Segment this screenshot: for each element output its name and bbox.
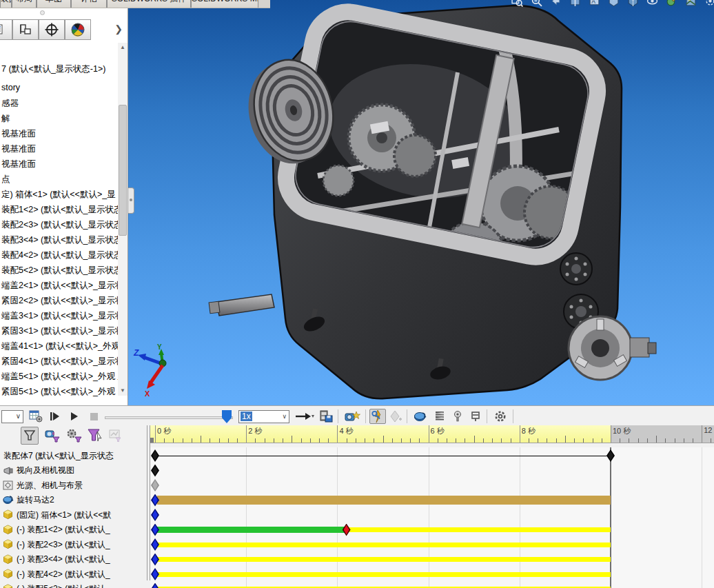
panel-collapse-handle[interactable] [128, 187, 134, 214]
keyframe-diamond-black[interactable] [151, 449, 159, 462]
keyframe-diamond-blue[interactable] [151, 568, 159, 580]
scroll-up-icon[interactable]: ▲ [118, 43, 127, 52]
playback-mode-button[interactable] [294, 409, 316, 424]
feature-tree-item[interactable]: 装配5<2> (默认<默认_显示状态 [1, 265, 119, 277]
scroll-down-icon[interactable]: ▼ [118, 386, 127, 396]
feature-tree-item[interactable]: 解 [1, 113, 119, 125]
keyframe-diamond-red[interactable] [343, 524, 351, 536]
edit-appearance-icon[interactable] [666, 0, 677, 7]
filter-results-button[interactable] [106, 427, 124, 445]
add-key-button[interactable] [388, 409, 405, 424]
zoom-fit-icon[interactable] [531, 0, 542, 7]
tab-configurationmanager[interactable] [39, 19, 65, 40]
command-tab[interactable]: 评估 [71, 0, 107, 8]
motionmanager-tree-item[interactable]: (-) 装配3<4> (默认<默认_ [0, 552, 147, 567]
tab-propertymanager[interactable] [12, 19, 39, 40]
hide-show-items-icon[interactable] [646, 0, 658, 7]
feature-tree-item[interactable]: 紧固3<1> (默认<<默认>_显示状 [1, 325, 119, 338]
animation-wizard-button[interactable] [343, 409, 363, 424]
play-button[interactable] [66, 409, 83, 424]
feature-tree-item[interactable]: 视基准面 [1, 143, 119, 156]
filter-animated-button[interactable] [43, 427, 62, 445]
motionmanager-tree-item[interactable]: (固定) 箱体<1> (默认<<默 [0, 508, 147, 523]
feature-tree-item[interactable]: story [1, 83, 119, 95]
feature-tree-item[interactable]: 装配2<3> (默认<默认_显示状态 [1, 219, 119, 232]
timeline-change-bar[interactable] [157, 557, 611, 562]
keyframe-diamond-blue[interactable] [151, 538, 159, 551]
filter-selected-button[interactable] [85, 427, 105, 445]
timeline-change-bar[interactable] [157, 496, 611, 505]
feature-tree-item[interactable]: 紧固5<1> (默认<<默认>_外观 [1, 386, 119, 398]
tab-displaymanager[interactable] [65, 19, 91, 40]
feature-tree-item[interactable]: 感器 [1, 98, 119, 110]
feature-tree-item[interactable]: 紧固4<1> (默认<<默认>_显示状 [1, 356, 119, 368]
feature-tree-scrollbar[interactable]: ▲ ▼ [118, 43, 127, 396]
feature-tree-item[interactable]: 装配3<4> (默认<默认_显示状态 [1, 234, 119, 247]
motionmanager-tree-item[interactable]: 光源、相机与布景 [0, 478, 147, 493]
timeline-scroll-grip[interactable] [150, 438, 154, 443]
force-button[interactable] [449, 409, 466, 424]
motionmanager-tree-item[interactable]: (-) 装配4<2> (默认<默认_ [0, 567, 147, 582]
feature-tree-item[interactable]: 紧固2<2> (默认<<默认>_显示状 [1, 295, 119, 307]
timeline-canvas[interactable] [150, 447, 714, 588]
feature-tree-item[interactable]: 视基准面 [1, 159, 119, 171]
timeline-change-bar[interactable] [157, 572, 611, 577]
calculate-button[interactable] [28, 409, 44, 424]
timeline-change-bar[interactable] [157, 543, 611, 547]
combo-caret-icon[interactable]: ∨ [282, 413, 287, 420]
command-tab[interactable]: 草图 [37, 0, 71, 8]
motionmanager-tree-item[interactable]: (-) 装配2<3> (默认<默认_ [0, 538, 147, 552]
motor-button[interactable] [412, 409, 429, 424]
tab-featuremanager-tree[interactable] [0, 19, 12, 40]
scrollbar-thumb[interactable] [119, 105, 127, 236]
apply-scene-icon[interactable] [685, 0, 697, 7]
motionmanager-tree-item[interactable]: 装配体7 (默认<默认_显示状态 [0, 449, 147, 463]
feature-tree-item[interactable]: 装配4<2> (默认<默认_显示状态 [1, 250, 119, 262]
playback-speed-slider[interactable] [105, 416, 233, 419]
feature-tree-item[interactable]: 定) 箱体<1> (默认<<默认>_显 [1, 189, 119, 201]
feature-tree-item[interactable]: 7 (默认<默认_显示状态-1>) [1, 63, 119, 76]
feature-tree-item[interactable]: 点 [1, 174, 119, 186]
motion-study-properties-button[interactable] [492, 409, 509, 424]
annotation-view-icon[interactable]: A [589, 0, 600, 7]
graphics-viewport[interactable]: Y Z X A [128, 0, 714, 405]
stop-button[interactable] [85, 409, 102, 424]
autokey-toggle-button[interactable] [369, 409, 386, 424]
timeline-change-bar[interactable] [349, 527, 611, 532]
filter-none-button[interactable] [21, 427, 39, 445]
keyframe-diamond-blue[interactable] [151, 583, 159, 588]
command-tab[interactable]: 布局 [12, 0, 37, 8]
previous-view-icon[interactable] [550, 0, 562, 7]
panel-flyout-expand-icon[interactable]: ❯ [114, 23, 123, 34]
damper-button[interactable] [467, 409, 484, 424]
feature-tree-item[interactable]: 端盖3<1> (默认<<默认>_显示状 [1, 310, 119, 323]
playback-speed-combo[interactable]: 1x ∨ [238, 410, 289, 423]
spring-button[interactable] [431, 409, 448, 424]
display-style-icon[interactable] [627, 0, 639, 7]
motionmanager-tree-item[interactable]: 视向及相机视图 [0, 463, 147, 478]
filter-driving-button[interactable] [65, 427, 84, 445]
view-orientation-icon[interactable] [608, 0, 620, 7]
keyframe-diamond-black[interactable] [606, 449, 615, 462]
command-tab[interactable]: 装配体 [0, 0, 12, 8]
motionmanager-tree-item[interactable]: (-) 装配1<2> (默认<默认_ [0, 523, 147, 537]
keyframe-diamond-gray[interactable] [151, 479, 159, 491]
feature-tree-item[interactable]: 视基准面 [1, 128, 119, 141]
zoom-window-icon[interactable] [511, 0, 523, 7]
gearbox-assembly-model[interactable] [128, 0, 714, 405]
feature-tree-item[interactable]: 端盖41<1> (默认<<默认>_外观 [1, 341, 119, 353]
section-view-icon[interactable] [569, 0, 581, 7]
save-animation-button[interactable] [318, 409, 335, 424]
feature-tree-item[interactable]: 装配1<2> (默认<默认_显示状态 [1, 204, 119, 216]
animation-end-time-bar[interactable] [610, 447, 611, 588]
command-tab[interactable]: SOLIDWORKS MBD [191, 0, 258, 8]
slider-thumb[interactable] [222, 410, 232, 423]
view-settings-icon[interactable] [704, 0, 714, 7]
study-type-combo[interactable]: ∨ [1, 410, 23, 423]
motionmanager-tree-item[interactable]: (-) 装配5<2> (默认<默认_ [0, 582, 147, 588]
motionmanager-tree-item[interactable]: 旋转马达2 [0, 493, 147, 507]
play-from-start-button[interactable] [47, 409, 63, 424]
command-tab[interactable]: SOLIDWORKS 插件 [107, 0, 191, 8]
feature-tree-item[interactable]: 端盖2<1> (默认<<默认>_显示状 [1, 280, 119, 292]
timeline-ruler[interactable]: 0 秒2 秒4 秒6 秒8 秒10 秒12 [150, 425, 714, 443]
